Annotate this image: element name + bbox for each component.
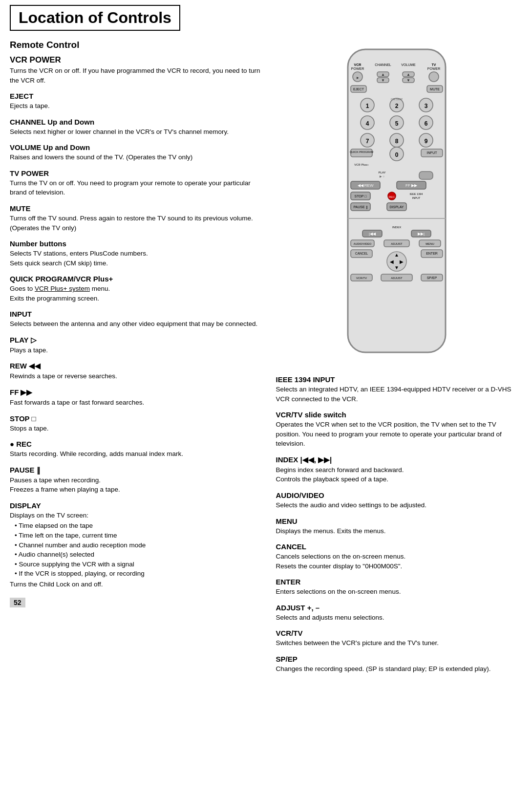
svg-text:VCR/TV: VCR/TV bbox=[356, 277, 367, 280]
page-title: Location of Controls bbox=[19, 9, 171, 27]
section-body-menu: Displays the menus. Exits the menus. bbox=[276, 526, 523, 536]
display-bullet-5: Source supplying the VCR with a signal bbox=[15, 560, 261, 569]
title-box: Location of Controls bbox=[10, 5, 180, 31]
remote-control-heading: Remote Control bbox=[10, 40, 261, 50]
section-rew: REW ◀◀ Rewinds a tape or reverse searche… bbox=[10, 362, 261, 381]
section-body-volume: Raises and lowers the sound of the TV. (… bbox=[10, 152, 261, 162]
svg-text:MENU: MENU bbox=[426, 242, 434, 245]
svg-text:VOLUME: VOLUME bbox=[401, 63, 416, 66]
svg-rect-0 bbox=[348, 49, 446, 352]
display-bullet-1: Time elapsed on the tape bbox=[15, 521, 261, 531]
svg-text:IEEE 1394: IEEE 1394 bbox=[409, 193, 423, 195]
section-tv-power: TV POWER Turns the TV on or off. You nee… bbox=[10, 169, 261, 197]
section-title-channel: CHANNEL Up and Down bbox=[10, 118, 261, 126]
section-title-mute: MUTE bbox=[10, 204, 261, 213]
svg-text:MUTE: MUTE bbox=[430, 87, 440, 91]
svg-point-17 bbox=[429, 72, 439, 82]
svg-text:◀◀ REW: ◀◀ REW bbox=[357, 183, 373, 188]
svg-text:INPUT: INPUT bbox=[412, 196, 420, 199]
section-body-mute: Turns off the TV sound. Press again to r… bbox=[10, 214, 261, 233]
display-bullet-4: Audio channel(s) selected bbox=[15, 550, 261, 560]
svg-rect-52 bbox=[419, 172, 433, 179]
svg-text:7: 7 bbox=[365, 138, 369, 145]
section-body-ieee-1394: Selects an integrated HDTV, an IEEE 1394… bbox=[276, 385, 523, 404]
svg-text:ADJUST: ADJUST bbox=[391, 242, 403, 245]
display-bullet-2: Time left on the tape, current time bbox=[15, 531, 261, 540]
section-title-index: INDEX |◀◀, ▶▶| bbox=[276, 455, 523, 464]
svg-text:|◀◀: |◀◀ bbox=[369, 232, 376, 236]
section-body-cancel: Cancels selections on the on-screen menu… bbox=[276, 552, 523, 571]
section-title-ieee-1394: IEEE 1394 INPUT bbox=[276, 375, 523, 384]
section-body-vcr-power: Turns the VCR on or off. If you have pro… bbox=[10, 66, 261, 85]
section-body-audio-video: Selects the audio and video settings to … bbox=[276, 500, 523, 510]
section-body-rew: Rewinds a tape or reverse searches. bbox=[10, 371, 261, 381]
section-body-sp-ep: Changes the recording speed. (SP is stan… bbox=[276, 664, 523, 674]
svg-text:3: 3 bbox=[424, 103, 427, 109]
svg-text:INPUT: INPUT bbox=[426, 151, 437, 154]
section-body-adjust: Selects and adjusts menu selections. bbox=[276, 613, 523, 623]
section-title-display: DISPLAY bbox=[10, 501, 261, 510]
svg-text:8: 8 bbox=[395, 138, 398, 145]
section-title-menu: MENU bbox=[276, 517, 523, 525]
section-body-tv-power: Turns the TV on or off. You need to prog… bbox=[10, 178, 261, 197]
section-body-display-note: Turns the Child Lock on and off. bbox=[10, 580, 261, 589]
section-play: PLAY ▷ Plays a tape. bbox=[10, 336, 261, 355]
svg-text:5: 5 bbox=[395, 120, 398, 127]
section-body-stop: Stops a tape. bbox=[10, 424, 261, 433]
section-body-vcr-tv: Switches between the VCR's picture and t… bbox=[276, 638, 523, 648]
right-text-sections: IEEE 1394 INPUT Selects an integrated HD… bbox=[271, 368, 523, 674]
remote-svg: VCR POWER CHANNEL VOLUME TV POWER ▶ ▲ ▼ bbox=[338, 44, 455, 357]
section-sp-ep: SP/EP Changes the recording speed. (SP i… bbox=[276, 655, 523, 674]
section-title-tv-power: TV POWER bbox=[10, 169, 261, 177]
section-vcr-tv-slide: VCR/TV slide switch Operates the VCR whe… bbox=[276, 410, 523, 449]
section-title-enter: ENTER bbox=[276, 578, 523, 586]
svg-text:DISPLAY: DISPLAY bbox=[389, 205, 404, 209]
svg-text:TV: TV bbox=[431, 63, 436, 66]
svg-text:◀: ◀ bbox=[390, 259, 394, 264]
svg-text:1: 1 bbox=[365, 103, 369, 109]
svg-text:▼: ▼ bbox=[381, 78, 385, 83]
display-bullet-list: Time elapsed on the tape Time left on th… bbox=[10, 521, 261, 578]
section-title-sp-ep: SP/EP bbox=[276, 655, 523, 663]
page-number: 52 bbox=[10, 598, 25, 607]
section-title-eject: EJECT bbox=[10, 92, 261, 100]
section-cancel: CANCEL Cancels selections on the on-scre… bbox=[276, 542, 523, 571]
section-volume: VOLUME Up and Down Raises and lowers the… bbox=[10, 143, 261, 162]
svg-text:6: 6 bbox=[424, 120, 427, 127]
section-title-vcr-power: VCR POWER bbox=[10, 55, 261, 65]
svg-text:REC: REC bbox=[388, 195, 395, 198]
section-ieee-1394: IEEE 1394 INPUT Selects an integrated HD… bbox=[276, 375, 523, 404]
svg-text:INDEX: INDEX bbox=[392, 226, 401, 229]
svg-text:PLAY: PLAY bbox=[378, 171, 385, 174]
section-body-channel: Selects next higher or lower channel in … bbox=[10, 127, 261, 137]
svg-text:▲: ▲ bbox=[406, 72, 410, 77]
section-title-cancel: CANCEL bbox=[276, 542, 523, 551]
svg-text:EJECT: EJECT bbox=[353, 87, 364, 91]
svg-text:POWER: POWER bbox=[351, 67, 364, 70]
svg-text:9: 9 bbox=[424, 138, 427, 145]
svg-text:▶ ○: ▶ ○ bbox=[380, 175, 385, 178]
section-title-rec: ● REC bbox=[10, 440, 261, 448]
section-body-ff: Fast forwards a tape or fast forward sea… bbox=[10, 398, 261, 408]
section-body-play: Plays a tape. bbox=[10, 346, 261, 355]
svg-text:2: 2 bbox=[395, 103, 398, 109]
svg-text:▼: ▼ bbox=[406, 78, 410, 83]
section-title-vcr-tv: VCR/TV bbox=[276, 629, 523, 637]
section-title-vcr-tv-slide: VCR/TV slide switch bbox=[276, 410, 523, 419]
svg-text:▶▶|: ▶▶| bbox=[418, 232, 425, 236]
section-title-input: INPUT bbox=[10, 310, 261, 318]
section-title-volume: VOLUME Up and Down bbox=[10, 143, 261, 151]
svg-text:CM SKIP: CM SKIP bbox=[390, 98, 403, 101]
section-pause: PAUSE ‖ Pauses a tape when recording.Fre… bbox=[10, 466, 261, 495]
section-body-index: Begins index search forward and backward… bbox=[276, 465, 523, 484]
section-eject: EJECT Ejects a tape. bbox=[10, 92, 261, 111]
section-number-buttons: Number buttons Selects TV stations, ente… bbox=[10, 239, 261, 268]
section-title-stop: STOP □ bbox=[10, 414, 261, 423]
section-mute: MUTE Turns off the TV sound. Press again… bbox=[10, 204, 261, 233]
section-body-rec: Starts recording. While recording, adds … bbox=[10, 449, 261, 459]
display-bullet-6: If the VCR is stopped, playing, or recor… bbox=[15, 569, 261, 579]
svg-text:0: 0 bbox=[395, 151, 398, 158]
svg-text:ADJUST: ADJUST bbox=[391, 277, 403, 280]
svg-text:PAUSE ‖: PAUSE ‖ bbox=[353, 205, 367, 209]
section-title-play: PLAY ▷ bbox=[10, 336, 261, 345]
